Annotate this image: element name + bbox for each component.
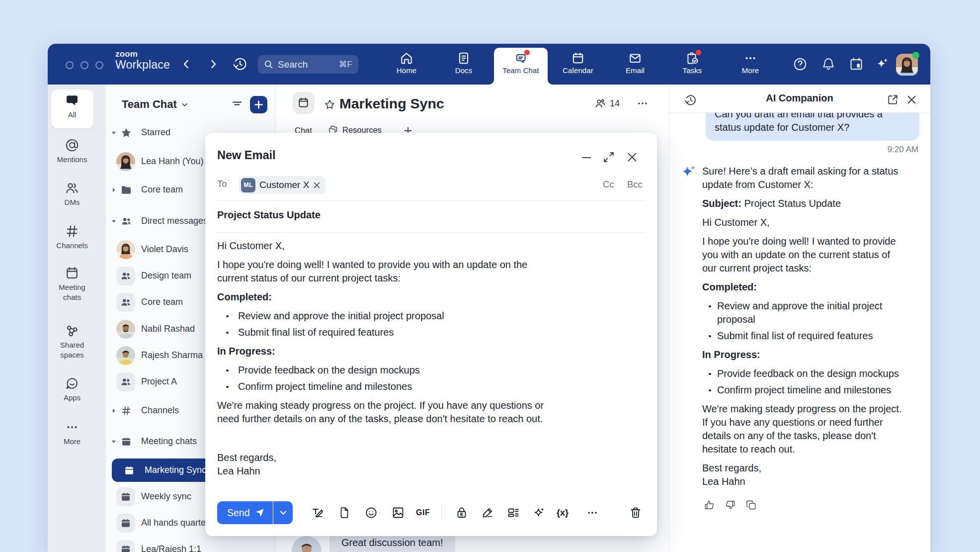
ai-subject-line: Subject: Project Status Update	[702, 197, 927, 210]
template-layout-icon	[507, 506, 520, 519]
rail-item-meeting-chats[interactable]: Meeting chats	[48, 266, 96, 303]
docs-icon	[457, 51, 471, 65]
tab-calendar[interactable]: Calendar	[550, 44, 606, 85]
notifications-button[interactable]	[820, 56, 836, 72]
template-button[interactable]	[507, 506, 520, 519]
ai-companion-button[interactable]	[874, 56, 890, 72]
rail-item-channels[interactable]: Channels	[48, 224, 96, 251]
discard-button[interactable]	[629, 506, 642, 519]
send-button[interactable]: Send	[217, 501, 273, 524]
send-options-button[interactable]	[273, 501, 293, 524]
chevron-down-icon	[279, 509, 287, 517]
more-tools-button[interactable]	[586, 506, 599, 519]
encrypt-button[interactable]	[455, 506, 468, 519]
recipient-chip[interactable]: ML Customer X	[239, 176, 326, 194]
thumbs-down-icon[interactable]	[725, 499, 736, 511]
rail-item-shared-spaces[interactable]: Shared spaces	[48, 323, 96, 361]
modal-expand-button[interactable]	[602, 151, 615, 164]
file-icon	[338, 506, 351, 519]
sidebar-title[interactable]: Team Chat	[122, 98, 188, 111]
modal-minimize-button[interactable]	[580, 151, 593, 164]
favorite-star-button[interactable]	[324, 99, 335, 110]
chat-more-button[interactable]	[636, 97, 649, 110]
tasks-notification-badge	[696, 50, 701, 55]
caret-down-icon	[111, 439, 116, 444]
emoji-icon	[365, 506, 378, 519]
email-icon	[628, 51, 642, 65]
plus-icon	[250, 96, 267, 113]
rail-item-dms[interactable]: DMs	[48, 181, 96, 207]
forward-button[interactable]	[206, 57, 220, 71]
new-email-modal: New Email To ML Customer X Cc Bcc Projec…	[205, 133, 657, 536]
new-chat-button[interactable]	[250, 96, 267, 113]
ai-close-button[interactable]	[905, 93, 918, 106]
team-icon	[116, 372, 135, 391]
tab-home[interactable]: Home	[378, 44, 435, 85]
thumbs-up-icon[interactable]	[704, 499, 715, 511]
channel-calendar-icon	[293, 92, 315, 114]
rail-item-all[interactable]: All	[48, 93, 96, 120]
email-completed-list: Review and approve the initial project p…	[217, 309, 590, 339]
tasks-icon	[685, 51, 699, 65]
modal-close-button[interactable]	[626, 151, 639, 164]
member-count: 14	[610, 98, 620, 109]
chevron-right-icon	[206, 57, 220, 71]
tab-tasks[interactable]: Tasks	[664, 44, 721, 85]
insert-image-button[interactable]	[392, 506, 405, 519]
calendar-today-button[interactable]	[848, 56, 864, 72]
close-icon	[905, 93, 918, 106]
hash-icon	[121, 405, 132, 416]
tab-more[interactable]: More	[722, 44, 779, 85]
window-zoom-button[interactable]	[95, 61, 103, 69]
sidebar-item-lea-rajesh[interactable]: Lea/Rajesh 1:1	[106, 536, 276, 552]
tab-team-chat[interactable]: Team Chat	[492, 44, 549, 85]
copy-icon[interactable]	[745, 499, 757, 511]
subject-field[interactable]: Project Status Update	[217, 209, 321, 221]
history-button[interactable]	[232, 56, 248, 72]
email-body-editor[interactable]: Hi Customer X, I hope you're doing well!…	[217, 239, 590, 431]
filter-button[interactable]	[230, 97, 244, 111]
window-close-button[interactable]	[66, 61, 74, 69]
tab-email[interactable]: Email	[607, 44, 663, 85]
gif-button[interactable]: GIF	[416, 506, 436, 519]
message-avatar[interactable]	[292, 536, 322, 552]
attach-file-button[interactable]	[338, 506, 351, 519]
calendar-badge-icon	[848, 56, 864, 72]
search-input[interactable]: Search ⌘F	[258, 55, 358, 74]
signature-pencil-icon	[481, 506, 494, 519]
help-button[interactable]	[792, 56, 808, 72]
ai-open-window-button[interactable]	[887, 93, 899, 106]
signature-button[interactable]	[481, 506, 494, 519]
avatar-lea-hanh	[116, 152, 135, 171]
search-placeholder: Search	[278, 59, 339, 70]
window-minimize-button[interactable]	[81, 61, 88, 69]
list-item: Confirm project timeline and milestones	[217, 380, 590, 393]
emoji-button[interactable]	[365, 506, 378, 519]
lock-encrypt-icon	[455, 506, 468, 519]
format-text-button[interactable]	[311, 506, 324, 519]
rail-item-mentions[interactable]: Mentions	[48, 138, 96, 165]
list-item: Submit final list of required features	[217, 326, 590, 339]
list-item: Review and approve the initial project p…	[702, 299, 927, 326]
cc-button[interactable]: Cc	[603, 179, 614, 190]
member-count-button[interactable]: 14	[594, 97, 620, 109]
modal-title: New Email	[217, 149, 276, 162]
ai-assist-button[interactable]	[533, 506, 546, 519]
avatar-rajesh-sharma	[116, 346, 135, 365]
back-button[interactable]	[179, 57, 193, 71]
variables-button[interactable]: {x}	[557, 506, 575, 519]
minimize-icon	[580, 151, 593, 164]
tab-docs[interactable]: Docs	[435, 44, 492, 85]
list-item: Submit final list of required features	[702, 329, 927, 343]
send-button-group: Send	[217, 501, 293, 524]
team-chat-icon	[514, 51, 528, 65]
rail-item-more[interactable]: More	[48, 420, 96, 447]
logo-workplace-text: Workplace	[115, 59, 170, 71]
meeting-chat-icon	[121, 436, 132, 447]
remove-recipient-icon[interactable]	[313, 182, 321, 189]
rail-item-apps[interactable]: Apps	[48, 376, 96, 403]
open-external-icon	[887, 93, 899, 106]
bcc-button[interactable]: Bcc	[627, 179, 643, 190]
email-greeting: Hi Customer X,	[217, 239, 590, 253]
hash-icon	[65, 224, 80, 239]
